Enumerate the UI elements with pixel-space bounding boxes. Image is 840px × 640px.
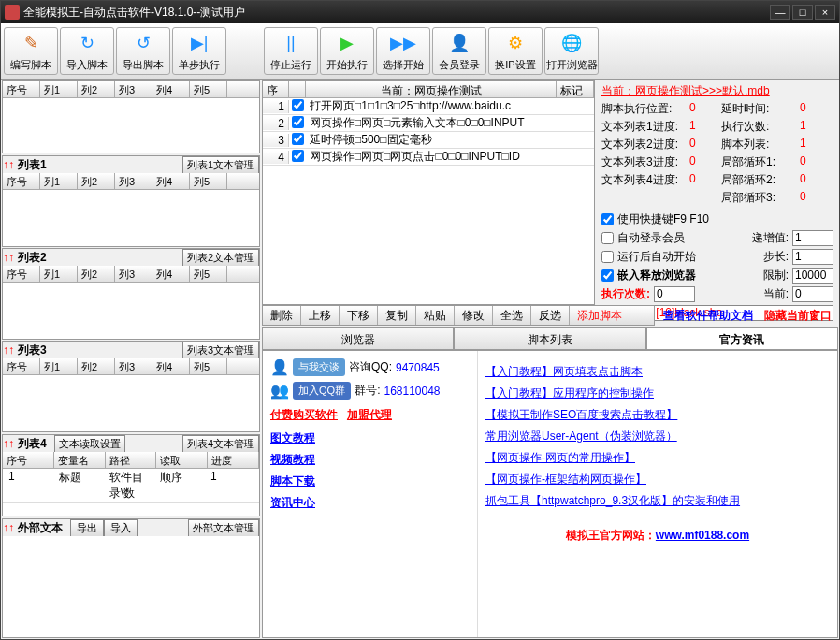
- external-body[interactable]: [3, 536, 259, 637]
- buy-link[interactable]: 付费购买软件: [270, 408, 338, 421]
- toolbar-导入脚本[interactable]: ↻导入脚本: [60, 27, 114, 75]
- hotkey-check[interactable]: [601, 213, 614, 225]
- info-link-资讯中心[interactable]: 资讯中心: [270, 495, 470, 511]
- col-序号[interactable]: 序号: [3, 81, 40, 97]
- tutorial-link[interactable]: 【网页操作-网页的常用操作】: [485, 450, 830, 466]
- col-列4[interactable]: 列4: [152, 266, 190, 282]
- toolbar-开始执行[interactable]: ▶开始执行: [320, 27, 374, 75]
- tutorial-link[interactable]: 【入门教程】应用程序的控制操作: [485, 385, 830, 401]
- col-序号[interactable]: 序号: [3, 173, 40, 189]
- col-变量名[interactable]: 变量名: [54, 452, 106, 468]
- col-列5[interactable]: 列5: [190, 358, 227, 374]
- script-row[interactable]: 1打开网页□1□1□3□25□http://www.baidu.c: [263, 98, 594, 115]
- help-doc-link[interactable]: 查看软件帮助文档: [663, 308, 753, 324]
- official-site-link[interactable]: www.mf0188.com: [656, 529, 749, 542]
- col-读取[interactable]: 读取: [156, 452, 208, 468]
- action-反选[interactable]: 反选: [531, 306, 570, 325]
- toolbar-单步执行[interactable]: ▶|单步执行: [172, 27, 226, 75]
- col-列1[interactable]: 列1: [40, 266, 78, 282]
- step-input[interactable]: [792, 249, 833, 265]
- list1-body[interactable]: [3, 190, 259, 246]
- toolbar-停止运行[interactable]: ||停止运行: [264, 27, 318, 75]
- script-check[interactable]: [292, 150, 304, 162]
- info-link-图文教程[interactable]: 图文教程: [270, 430, 470, 446]
- col-列4[interactable]: 列4: [152, 81, 190, 97]
- col-列2[interactable]: 列2: [78, 358, 115, 374]
- list3-body[interactable]: [3, 375, 259, 431]
- col-序号[interactable]: 序号: [3, 358, 40, 374]
- chat-badge[interactable]: 与我交谈: [293, 358, 345, 376]
- info-link-视频教程[interactable]: 视频教程: [270, 452, 470, 468]
- external-mgmt-button[interactable]: 外部文本管理: [188, 519, 259, 537]
- toolbar-会员登录[interactable]: 👤会员登录: [432, 27, 486, 75]
- group-badge[interactable]: 加入QQ群: [293, 382, 351, 400]
- action-修改[interactable]: 修改: [455, 306, 493, 325]
- export-button[interactable]: 导出: [70, 519, 104, 537]
- group-number[interactable]: 168110048: [384, 385, 440, 398]
- col-列5[interactable]: 列5: [190, 173, 227, 189]
- col-列4[interactable]: 列4: [152, 358, 190, 374]
- tutorial-link[interactable]: 抓包工具【httpwatchpro_9.3汉化版】的安装和使用: [485, 493, 830, 509]
- tab-官方资讯[interactable]: 官方资讯: [646, 327, 838, 349]
- minimize-button[interactable]: —: [770, 5, 790, 20]
- col-列3[interactable]: 列3: [115, 81, 152, 97]
- col-序号[interactable]: 序号: [3, 452, 54, 468]
- tutorial-link[interactable]: 【模拟王制作SEO百度搜索点击教程】: [485, 407, 830, 423]
- script-row[interactable]: 4网页操作□网页□网页点击□0□0□INPUT□ID: [263, 149, 594, 166]
- col-列3[interactable]: 列3: [115, 358, 152, 374]
- script-check[interactable]: [292, 133, 304, 145]
- tutorial-link[interactable]: 常用浏览器User-Agent（伪装浏览器）: [485, 429, 830, 444]
- action-复制[interactable]: 复制: [378, 306, 416, 325]
- col-进度[interactable]: 进度: [208, 452, 259, 468]
- col-列2[interactable]: 列2: [78, 266, 115, 282]
- toolbar-选择开始[interactable]: ▶▶选择开始: [376, 27, 430, 75]
- toolbar-换IP设置[interactable]: ⚙换IP设置: [488, 27, 543, 75]
- hide-window-link[interactable]: 隐藏当前窗口: [764, 308, 832, 324]
- list4-mgmt-button[interactable]: 列表4文本管理: [182, 435, 259, 453]
- action-下移[interactable]: 下移: [340, 306, 378, 325]
- inc-input[interactable]: [792, 230, 833, 246]
- script-check[interactable]: [292, 116, 304, 128]
- tutorial-link[interactable]: 【网页操作-框架结构网页操作】: [485, 472, 830, 487]
- col-列2[interactable]: 列2: [78, 81, 115, 97]
- toolbar-导出脚本[interactable]: ↺导出脚本: [116, 27, 170, 75]
- action-粘贴[interactable]: 粘贴: [416, 306, 455, 325]
- col-列1[interactable]: 列1: [40, 81, 78, 97]
- col-列3[interactable]: 列3: [115, 173, 152, 189]
- action-删除[interactable]: 删除: [263, 306, 301, 325]
- tab-浏览器[interactable]: 浏览器: [262, 327, 454, 349]
- col-路径[interactable]: 路径: [106, 452, 157, 468]
- col-列3[interactable]: 列3: [115, 266, 152, 282]
- close-button[interactable]: ×: [815, 5, 835, 20]
- script-check[interactable]: [292, 99, 304, 111]
- info-link-脚本下载[interactable]: 脚本下载: [270, 473, 470, 489]
- autologin-check[interactable]: [601, 232, 614, 244]
- col-序号[interactable]: 序号: [3, 266, 40, 282]
- limit-input[interactable]: [792, 268, 833, 284]
- cur-input[interactable]: [792, 286, 833, 302]
- tab-脚本列表[interactable]: 脚本列表: [454, 327, 645, 349]
- action-全选[interactable]: 全选: [493, 306, 531, 325]
- qq-number[interactable]: 9470845: [396, 361, 440, 374]
- col-列1[interactable]: 列1: [40, 173, 78, 189]
- embed-check[interactable]: [601, 269, 614, 282]
- main-list-body[interactable]: [3, 98, 259, 153]
- col-列1[interactable]: 列1: [40, 358, 78, 374]
- agent-link[interactable]: 加盟代理: [347, 408, 392, 421]
- list4-read-button[interactable]: 文本读取设置: [54, 435, 125, 453]
- script-row[interactable]: 3延时停顿□500□固定毫秒: [263, 132, 594, 149]
- list2-body[interactable]: [3, 283, 259, 339]
- toolbar-编写脚本[interactable]: ✎编写脚本: [4, 27, 58, 75]
- exec-input[interactable]: [654, 286, 695, 302]
- col-列5[interactable]: 列5: [190, 81, 227, 97]
- maximize-button[interactable]: □: [792, 5, 813, 20]
- tutorial-link[interactable]: 【入门教程】网页填表点击脚本: [485, 364, 830, 380]
- col-列5[interactable]: 列5: [190, 266, 227, 282]
- list4-body[interactable]: 1标题软件目录\数顺序1: [3, 469, 259, 516]
- action-添加脚本[interactable]: 添加脚本: [570, 306, 630, 325]
- action-上移[interactable]: 上移: [301, 306, 340, 325]
- list1-mgmt-button[interactable]: 列表1文本管理: [182, 156, 259, 174]
- autostart-check[interactable]: [601, 251, 614, 263]
- list3-mgmt-button[interactable]: 列表3文本管理: [182, 342, 259, 359]
- import-button[interactable]: 导入: [104, 519, 138, 537]
